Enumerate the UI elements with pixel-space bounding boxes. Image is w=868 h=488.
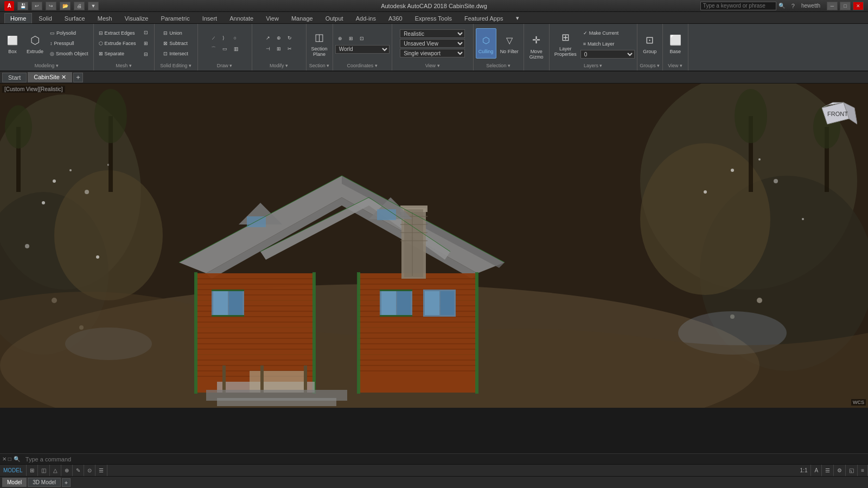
restore-button[interactable]: □ bbox=[840, 2, 851, 10]
line-button[interactable]: ⟋ bbox=[208, 33, 219, 43]
circle-button[interactable]: ○ bbox=[231, 33, 241, 43]
hatch-button[interactable]: ▥ bbox=[231, 44, 241, 54]
model-tab-3d[interactable]: 3D Model bbox=[28, 478, 61, 487]
status-polar[interactable]: ⊕ bbox=[61, 465, 73, 476]
section-plane-button[interactable]: ◫ SectionPlane bbox=[309, 28, 330, 59]
solid-edit-btn3[interactable]: ⊡Intersect bbox=[161, 49, 191, 59]
tab-express[interactable]: Express Tools bbox=[409, 13, 458, 23]
tab-home[interactable]: Home bbox=[4, 13, 32, 23]
tab-a360[interactable]: A360 bbox=[382, 13, 409, 23]
start-tab-label: Start bbox=[8, 74, 21, 81]
coord-btn1[interactable]: ⊕ bbox=[335, 34, 345, 43]
culling-button[interactable]: ⬡ Culling bbox=[476, 28, 496, 59]
rotate-button[interactable]: ↻ bbox=[285, 33, 295, 43]
mesh-btn2[interactable]: ⊞ bbox=[141, 38, 151, 48]
tab-solid[interactable]: Solid bbox=[33, 13, 58, 23]
solid-edit-btn2[interactable]: ⊠Subtract bbox=[161, 38, 191, 48]
tab-manage[interactable]: Manage bbox=[285, 13, 319, 23]
status-dynmode[interactable]: ☰ bbox=[95, 465, 107, 476]
no-filter-button[interactable]: ▽ No Filter bbox=[497, 28, 521, 59]
close-button[interactable]: ✕ bbox=[853, 2, 864, 10]
tab-addins[interactable]: Add-ins bbox=[350, 13, 382, 23]
match-layer-button[interactable]: ≡ Match Layer bbox=[580, 39, 635, 49]
rect-button[interactable]: ▭ bbox=[220, 44, 230, 54]
status-otrack[interactable]: ⊙ bbox=[84, 465, 95, 476]
arc-button[interactable]: ⌒ bbox=[208, 44, 219, 54]
extrude-faces-button[interactable]: ⬡ Extrude Faces bbox=[96, 38, 139, 48]
layer-dropdown[interactable]: 0 bbox=[580, 50, 635, 59]
separate-button[interactable]: ⊠ Separate bbox=[96, 49, 139, 59]
tab-parametric[interactable]: Parametric bbox=[155, 13, 195, 23]
copy-button[interactable]: ⊕ bbox=[274, 33, 284, 43]
make-current-icon: ✓ bbox=[583, 30, 588, 36]
status-hardware[interactable]: ⚙ bbox=[834, 465, 846, 476]
move-gizmo-button[interactable]: ✛ MoveGizmo bbox=[526, 31, 547, 61]
mesh-btn3[interactable]: ⊟ bbox=[141, 49, 151, 59]
status-ortho[interactable]: △ bbox=[50, 465, 61, 476]
status-customize[interactable]: ≡ bbox=[858, 465, 868, 476]
new-layout-button[interactable]: + bbox=[62, 478, 71, 487]
tab-output[interactable]: Output bbox=[320, 13, 349, 23]
status-isolate[interactable]: ◱ bbox=[846, 465, 858, 476]
box-button[interactable]: ⬜ Box bbox=[2, 28, 23, 59]
status-workspace[interactable]: ☰ bbox=[822, 465, 834, 476]
extract-edges-button[interactable]: ⊟ Extract Edges bbox=[96, 28, 139, 38]
tab-view[interactable]: View bbox=[260, 13, 285, 23]
extract-label: Extract Edges bbox=[105, 30, 135, 36]
presspull-button[interactable]: ↕ Presspull bbox=[47, 38, 91, 48]
coord-btn2[interactable]: ⊞ bbox=[346, 34, 356, 43]
viewport-dropdown[interactable]: Single viewport bbox=[400, 49, 465, 57]
tab-mesh[interactable]: Mesh bbox=[92, 13, 118, 23]
tab-surface[interactable]: Surface bbox=[59, 13, 91, 23]
tab-insert[interactable]: Insert bbox=[196, 13, 224, 23]
visual-style-dropdown[interactable]: Realistic bbox=[400, 29, 465, 38]
base-button[interactable]: ⬜ Base bbox=[665, 28, 686, 59]
base-group-label: View ▾ bbox=[665, 62, 686, 69]
status-snap[interactable]: ◫ bbox=[38, 465, 50, 476]
make-current-button[interactable]: ✓ Make Current bbox=[580, 28, 635, 38]
trim-button[interactable]: ✂ bbox=[285, 44, 295, 54]
file-tab-start[interactable]: Start bbox=[2, 73, 27, 82]
search-input[interactable] bbox=[700, 2, 776, 10]
status-annotation-scale[interactable]: 1:1 bbox=[797, 465, 812, 476]
new-tab-button[interactable]: + bbox=[73, 73, 83, 82]
status-model[interactable]: MODEL bbox=[0, 465, 27, 476]
help-icon[interactable]: ? bbox=[792, 3, 795, 9]
quick-access-more[interactable]: ▼ bbox=[88, 2, 99, 10]
quick-access-undo[interactable]: ↩ bbox=[31, 2, 42, 10]
ribbon-group-gizmo: ✛ MoveGizmo bbox=[524, 24, 550, 70]
scale-button[interactable]: ⊞ bbox=[274, 44, 284, 54]
command-input[interactable] bbox=[22, 456, 866, 463]
mesh-btn1[interactable]: ⊡ bbox=[141, 28, 151, 37]
quick-access-redo[interactable]: ↪ bbox=[46, 2, 56, 10]
smooth-icon: ◎ bbox=[50, 51, 54, 56]
viewcube[interactable]: FRONT bbox=[814, 94, 857, 138]
smooth-object-button[interactable]: ◎ Smooth Object bbox=[47, 49, 91, 59]
view-dropdown[interactable]: Unsaved View bbox=[400, 39, 465, 48]
tab-more[interactable]: ▾ bbox=[510, 12, 525, 23]
section-plane-icon: ◫ bbox=[312, 30, 327, 45]
layer-properties-button[interactable]: ⊞ LayerProperties bbox=[552, 28, 579, 59]
polyline-button[interactable]: ⟩ bbox=[220, 33, 230, 43]
tab-featured[interactable]: Featured Apps bbox=[458, 13, 509, 23]
status-annotation-visibility[interactable]: A bbox=[811, 465, 822, 476]
coord-btn3[interactable]: ⊡ bbox=[357, 34, 367, 43]
status-osnap[interactable]: ✎ bbox=[73, 465, 84, 476]
mirror-button[interactable]: ⊣ bbox=[263, 44, 273, 54]
group-button[interactable]: ⊡ Group bbox=[640, 28, 660, 59]
svg-rect-86 bbox=[212, 315, 244, 317]
quick-access-save[interactable]: 💾 bbox=[17, 2, 28, 10]
polysolid-button[interactable]: ▭ Polysolid bbox=[47, 28, 91, 38]
world-dropdown[interactable]: World bbox=[335, 45, 390, 54]
move-button[interactable]: ↗ bbox=[263, 33, 273, 43]
quick-access-print[interactable]: 🖨 bbox=[74, 2, 85, 10]
tab-visualize[interactable]: Visualize bbox=[119, 13, 155, 23]
minimize-button[interactable]: ─ bbox=[827, 2, 838, 10]
model-tab-model[interactable]: Model bbox=[2, 478, 27, 487]
file-tab-cabinsite[interactable]: CabinSite ✕ bbox=[28, 72, 72, 82]
extrude-button[interactable]: ⬡ Extrude bbox=[24, 28, 46, 59]
quick-access-open[interactable]: 📂 bbox=[60, 2, 71, 10]
tab-annotate[interactable]: Annotate bbox=[224, 13, 259, 23]
solid-edit-btn1[interactable]: ⊟Union bbox=[161, 28, 191, 38]
status-grid[interactable]: ⊞ bbox=[27, 465, 38, 476]
